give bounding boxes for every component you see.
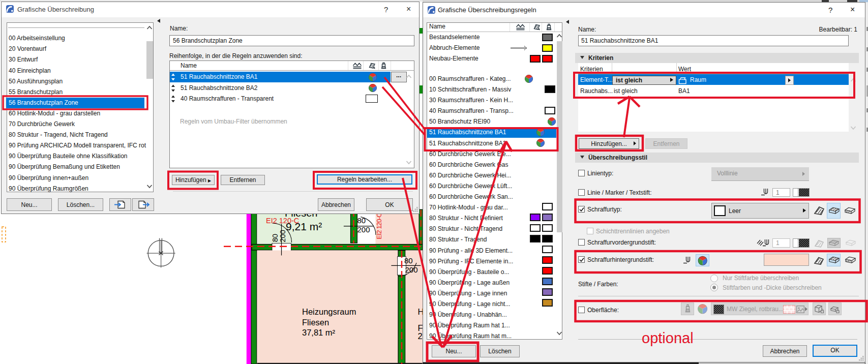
svg-text:EI2 120-C: EI2 120-C xyxy=(375,213,383,239)
svg-text:2: 2 xyxy=(418,331,423,341)
svg-text:200: 200 xyxy=(357,225,370,234)
svg-text:80: 80 xyxy=(404,256,413,265)
svg-text:37,81 m²: 37,81 m² xyxy=(302,328,336,337)
svg-text:200: 200 xyxy=(279,230,287,242)
svg-text:80: 80 xyxy=(357,216,366,225)
svg-text:200: 200 xyxy=(405,265,418,274)
svg-text:EI2 120-C: EI2 120-C xyxy=(266,217,299,225)
svg-text:Heizungsraum: Heizungsraum xyxy=(302,307,356,316)
svg-text:Fliesen: Fliesen xyxy=(302,318,329,327)
